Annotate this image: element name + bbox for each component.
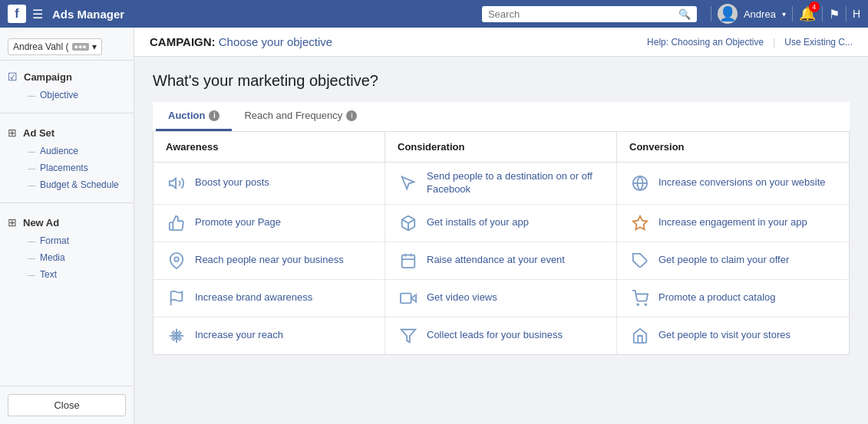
obj-brand-awareness[interactable]: Increase brand awareness (153, 280, 385, 317)
newad-grid-icon: ⊞ (8, 216, 17, 228)
tab-auction-label: Auction (168, 110, 205, 121)
objective-row-2: Promote your Page Get installs of your a… (153, 205, 849, 242)
svg-point-4 (174, 257, 179, 261)
header-links: Help: Choosing an Objective | Use Existi… (647, 37, 853, 48)
sidebar-sub-budget[interactable]: Budget & Schedule (21, 176, 134, 193)
flag-icon (166, 288, 187, 309)
close-button[interactable]: Close (8, 394, 126, 416)
svg-marker-0 (170, 178, 176, 188)
sidebar-sub-format[interactable]: Format (21, 232, 134, 249)
auction-info-icon[interactable]: i (209, 110, 219, 121)
snowflake-icon (166, 325, 187, 347)
obj-raise-attendance[interactable]: Raise attendance at your event (385, 242, 617, 279)
location-icon (166, 250, 187, 271)
obj-video-views[interactable]: Get video views (385, 280, 617, 317)
help-link[interactable]: Help: Choosing an Objective (647, 37, 764, 48)
nav-divider-1 (711, 6, 711, 21)
objective-row-3: Reach people near your business Raise at… (153, 242, 849, 280)
get-installs-label: Get installs of your app (427, 216, 529, 229)
reach-info-icon[interactable]: i (346, 110, 357, 121)
box3d-icon (398, 212, 419, 234)
globe-icon (629, 173, 651, 194)
objective-row-4: Increase brand awareness Get video views… (153, 280, 849, 317)
obj-collect-leads[interactable]: Collect leads for your business (385, 317, 617, 354)
sidebar-divider-1 (0, 113, 134, 113)
avatar[interactable]: 👤 (718, 4, 738, 24)
objectives-header: Awareness Consideration Conversion (153, 132, 849, 163)
main-content: CAMPAIGN: Choose your objective Help: Ch… (134, 28, 868, 424)
nav-divider-4 (846, 6, 847, 21)
sidebar-sub-placements[interactable]: Placements (21, 159, 134, 176)
obj-send-people[interactable]: Send people to a destination on or off F… (385, 163, 617, 204)
obj-visit-stores[interactable]: Get people to visit your stores (617, 317, 849, 354)
obj-increase-engagement[interactable]: Increase engagement in your app (617, 205, 849, 242)
increase-engagement-label: Increase engagement in your app (658, 216, 807, 229)
top-nav: f ☰ Ads Manager 🔍 👤 Andrea ▾ 🔔 4 ⚑ H (0, 0, 868, 28)
obj-reach-near[interactable]: Reach people near your business (153, 242, 385, 279)
col-header-consideration: Consideration (385, 132, 617, 162)
claim-offer-label: Get people to claim your offer (658, 254, 789, 267)
megaphone-icon (166, 173, 187, 194)
svg-rect-12 (401, 293, 411, 303)
account-selector[interactable]: Andrea Vahl ( ●●● ▾ (0, 34, 134, 61)
calendar-icon (398, 250, 419, 271)
sidebar-sub-media[interactable]: Media (21, 249, 134, 266)
header-separator: | (773, 37, 775, 48)
sidebar-sub-objective[interactable]: Objective (21, 87, 134, 104)
account-selector-button[interactable]: Andrea Vahl ( ●●● ▾ (8, 38, 102, 55)
send-people-label: Send people to a destination on or off F… (427, 170, 604, 196)
svg-marker-11 (411, 294, 416, 301)
obj-get-installs[interactable]: Get installs of your app (385, 205, 617, 242)
obj-increase-conversions[interactable]: Increase conversions on your website (617, 163, 849, 204)
sidebar-section-campaign: ☑ Campaign Objective (0, 64, 134, 107)
hamburger-icon[interactable]: ☰ (32, 7, 43, 21)
sidebar-sub-text[interactable]: Text (21, 266, 134, 283)
col-header-conversion: Conversion (617, 132, 849, 162)
tab-auction[interactable]: Auction i (156, 102, 232, 131)
tab-reach-frequency[interactable]: Reach and Frequency i (232, 102, 369, 131)
sidebar-item-campaign[interactable]: ☑ Campaign (0, 67, 134, 87)
help-icon[interactable]: H (853, 8, 860, 20)
user-name[interactable]: Andrea (744, 8, 776, 20)
sidebar-footer: Close (0, 386, 134, 424)
collect-leads-label: Collect leads for your business (427, 329, 563, 342)
tab-reach-label: Reach and Frequency (244, 110, 342, 121)
campaign-title: CAMPAIGN: Choose your objective (150, 35, 332, 48)
objective-row-5: Increase your reach Collect leads for yo… (153, 317, 849, 354)
obj-product-catalog[interactable]: Promote a product catalog (617, 280, 849, 317)
promote-page-label: Promote your Page (195, 216, 281, 229)
existing-campaign-link[interactable]: Use Existing C... (784, 37, 853, 48)
obj-increase-reach[interactable]: Increase your reach (153, 317, 385, 354)
sidebar-item-adset[interactable]: ⊞ Ad Set (0, 123, 134, 143)
fb-logo: f (8, 5, 26, 23)
obj-promote-page[interactable]: Promote your Page (153, 205, 385, 242)
flag-icon[interactable]: ⚑ (829, 7, 840, 21)
increase-reach-label: Increase your reach (195, 329, 283, 342)
increase-conversions-label: Increase conversions on your website (658, 176, 826, 189)
svg-marker-17 (401, 330, 415, 343)
user-dropdown-arrow[interactable]: ▾ (782, 10, 786, 18)
objectives-card: Awareness Consideration Conversion Boost… (153, 132, 850, 355)
content-body: What's your marketing objective? Auction… (134, 57, 868, 370)
thumbsup-icon (166, 212, 187, 234)
sidebar-item-newad[interactable]: ⊞ New Ad (0, 212, 134, 232)
notification-badge: 4 (809, 2, 820, 12)
filter-icon (398, 325, 419, 347)
cart-icon (629, 288, 651, 309)
sidebar-sub-audience[interactable]: Audience (21, 143, 134, 159)
check-icon: ☑ (8, 71, 18, 83)
sidebar-campaign-label: Campaign (24, 71, 72, 83)
sidebar-adset-label: Ad Set (23, 127, 54, 139)
brand-awareness-label: Increase brand awareness (195, 291, 312, 304)
svg-marker-3 (633, 216, 647, 229)
obj-claim-offer[interactable]: Get people to claim your offer (617, 242, 849, 279)
campaign-label: CAMPAIGN: (150, 35, 216, 48)
boost-posts-label: Boost your posts (195, 176, 269, 189)
sidebar-newad-label: New Ad (23, 217, 59, 228)
app-layout: Andrea Vahl ( ●●● ▾ ☑ Campaign Objective… (0, 28, 868, 424)
search-input[interactable] (488, 8, 678, 20)
obj-boost-posts[interactable]: Boost your posts (153, 163, 385, 204)
video-icon (398, 288, 419, 309)
svg-point-13 (637, 304, 639, 305)
video-views-label: Get video views (427, 291, 497, 304)
